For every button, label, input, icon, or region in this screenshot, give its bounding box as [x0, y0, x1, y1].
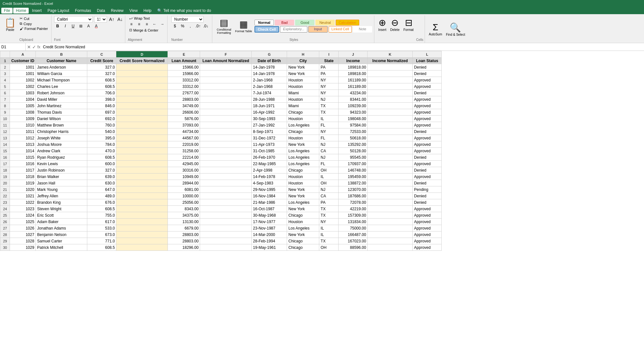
row-header-4[interactable]: 4	[0, 77, 10, 83]
cell[interactable]	[116, 244, 168, 251]
find-select-button[interactable]: 🔍 Find & Select	[445, 21, 466, 38]
cell[interactable]: Los Angeles	[287, 154, 319, 161]
formula-content[interactable]: Credit Score Normalized	[42, 45, 644, 49]
cell[interactable]: 1024	[10, 212, 36, 219]
corner-header[interactable]	[0, 51, 10, 58]
cell[interactable]	[368, 212, 413, 219]
cell[interactable]: Houston	[287, 135, 319, 141]
row-header-17[interactable]: 17	[0, 161, 10, 167]
cell[interactable]	[116, 71, 168, 77]
cell[interactable]: Denied	[413, 167, 442, 174]
cell[interactable]: New York	[287, 206, 319, 212]
header-cell-10[interactable]: Income	[339, 58, 368, 64]
cell[interactable]: 630.0	[87, 180, 116, 186]
cell[interactable]: Los Angeles	[287, 225, 319, 231]
cell[interactable]	[368, 199, 413, 206]
header-cell-7[interactable]: Date of Birth	[252, 58, 287, 64]
cell[interactable]: 7-Jul-1974	[252, 90, 287, 96]
cell[interactable]: 14-Mar-2000	[252, 231, 287, 238]
bold-button[interactable]: B	[54, 23, 61, 29]
cell[interactable]	[116, 186, 168, 193]
cell[interactable]: 19-May-1961	[252, 244, 287, 251]
cell[interactable]: 1022	[10, 199, 36, 206]
menu-home[interactable]: Home	[13, 8, 29, 14]
cell[interactable]: 23-Nov-1987	[252, 225, 287, 231]
cell[interactable]	[116, 167, 168, 174]
cell[interactable]: 755.0	[87, 212, 116, 219]
cell[interactable]: 771.0	[87, 238, 116, 244]
cell[interactable]: 18-Jun-1971	[252, 103, 287, 109]
menu-review[interactable]: Review	[108, 8, 126, 14]
cell[interactable]: 161189.00	[339, 77, 368, 83]
menu-data[interactable]: Data	[94, 8, 108, 14]
cell[interactable]: Los Angeles	[287, 148, 319, 154]
cell[interactable]	[200, 238, 252, 244]
row-header-7[interactable]: 7	[0, 96, 10, 103]
cell[interactable]: New York	[287, 71, 319, 77]
cell[interactable]: 1025	[10, 219, 36, 225]
autosum-button[interactable]: Σ AutoSum	[428, 21, 443, 37]
cell[interactable]: Denied	[413, 193, 442, 199]
cell[interactable]: Jonathan Adams	[36, 225, 87, 231]
cell[interactable]	[368, 161, 413, 167]
cell[interactable]: 15966.00	[168, 71, 200, 77]
cell[interactable]: Chicago	[287, 109, 319, 116]
row-header-30[interactable]: 30	[0, 244, 10, 251]
cell[interactable]: 10000.00	[168, 193, 200, 199]
cell[interactable]	[368, 186, 413, 193]
cell[interactable]: Houston	[287, 77, 319, 83]
cell[interactable]	[116, 96, 168, 103]
cell[interactable]	[368, 206, 413, 212]
cell[interactable]	[116, 135, 168, 141]
cell[interactable]: 34375.00	[168, 212, 200, 219]
currency-button[interactable]: $	[171, 23, 178, 29]
cell[interactable]: 673.0	[87, 231, 116, 238]
cell[interactable]: TX	[319, 109, 339, 116]
menu-formulas[interactable]: Formulas	[72, 8, 94, 14]
cell[interactable]	[368, 154, 413, 161]
cell[interactable]: 25056.00	[168, 199, 200, 206]
cell[interactable]: 1028	[10, 238, 36, 244]
cell[interactable]	[200, 83, 252, 90]
cell[interactable]: 1001	[10, 64, 36, 71]
cell[interactable]: 146748.00	[339, 167, 368, 174]
row-header-10[interactable]: 10	[0, 116, 10, 122]
increase-decimal-button[interactable]: .0↑	[195, 23, 202, 29]
cell[interactable]: 109239.00	[339, 103, 368, 109]
menu-file[interactable]: File	[1, 8, 13, 14]
cell[interactable]	[368, 90, 413, 96]
cell[interactable]: 16-Oct-1987	[252, 206, 287, 212]
cell[interactable]: New York	[287, 64, 319, 71]
cell[interactable]: John Martinez	[36, 103, 87, 109]
cell[interactable]: 1020	[10, 186, 36, 193]
style-normal[interactable]: Normal	[255, 20, 274, 25]
cell[interactable]	[116, 206, 168, 212]
cell[interactable]	[200, 206, 252, 212]
cell[interactable]: 187686.00	[339, 193, 368, 199]
cell[interactable]: 1029	[10, 244, 36, 251]
cell[interactable]	[200, 109, 252, 116]
cell[interactable]: Houston	[287, 180, 319, 186]
cell[interactable]: 33312.00	[168, 83, 200, 90]
cell[interactable]: 44567.00	[168, 135, 200, 141]
cell[interactable]: 5876.00	[168, 116, 200, 122]
cell[interactable]	[200, 154, 252, 161]
cell[interactable]: Samuel Carter	[36, 238, 87, 244]
cell[interactable]: Chicago	[287, 167, 319, 174]
cell[interactable]: 95545.00	[339, 154, 368, 161]
cell[interactable]: Denied	[413, 180, 442, 186]
cell[interactable]: 37093.00	[168, 122, 200, 128]
cell[interactable]: 1008	[10, 109, 36, 116]
cell[interactable]: 97584.00	[339, 122, 368, 128]
delete-button[interactable]: ⊖ Delete	[389, 16, 401, 42]
cell[interactable]: Los Angeles	[287, 199, 319, 206]
cell[interactable]: 2-Jan-1968	[252, 83, 287, 90]
cell[interactable]: Denied	[413, 64, 442, 71]
cell[interactable]: 1004	[10, 96, 36, 103]
cell[interactable]	[116, 154, 168, 161]
cell[interactable]	[368, 244, 413, 251]
cell[interactable]	[116, 212, 168, 219]
cell[interactable]: 72078.00	[339, 199, 368, 206]
row-header-14[interactable]: 14	[0, 141, 10, 148]
cell[interactable]: Benjamin Nelson	[36, 231, 87, 238]
